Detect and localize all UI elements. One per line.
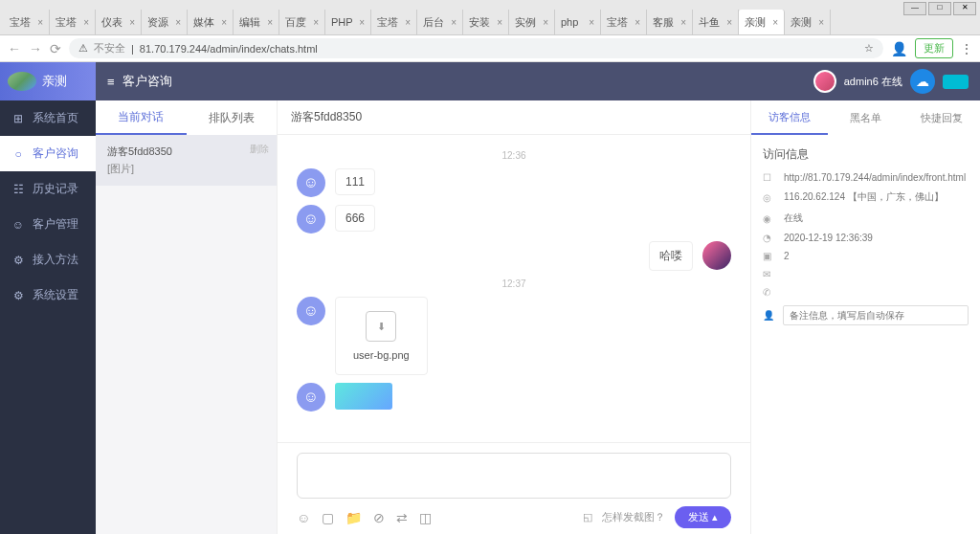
menu-icon: ⚙ xyxy=(11,289,25,302)
tab-current[interactable]: 当前对话 xyxy=(96,100,187,135)
transfer-icon[interactable]: ⇄ xyxy=(396,510,408,525)
close-icon[interactable]: × xyxy=(818,17,824,28)
browser-tab[interactable]: 后台× xyxy=(417,10,463,34)
close-icon[interactable]: × xyxy=(221,17,227,28)
menu-label: 客户咨询 xyxy=(33,145,78,162)
send-button[interactable]: 发送 ▴ xyxy=(675,506,731,528)
close-button[interactable]: ✕ xyxy=(953,2,976,15)
sidebar-item[interactable]: ☷历史记录 xyxy=(0,171,96,207)
remark-input[interactable] xyxy=(783,305,969,325)
menu-toggle-icon[interactable]: ≡ xyxy=(107,75,115,89)
close-icon[interactable]: × xyxy=(405,17,411,28)
menu-label: 历史记录 xyxy=(33,181,78,197)
browser-tab[interactable]: 客服× xyxy=(647,10,693,34)
close-icon[interactable]: × xyxy=(543,17,548,28)
browser-tab[interactable]: 资源× xyxy=(142,10,188,34)
browser-tab[interactable]: 宝塔× xyxy=(371,10,417,34)
back-button[interactable]: ← xyxy=(8,41,21,56)
close-icon[interactable]: × xyxy=(451,17,457,28)
close-icon[interactable]: × xyxy=(83,17,89,28)
tab-quick-reply[interactable]: 快捷回复 xyxy=(903,100,980,135)
info-ip: 116.20.62.124 【中国，广东，佛山】 xyxy=(784,190,944,204)
info-status: 在线 xyxy=(784,211,803,225)
agent-avatar xyxy=(702,241,731,270)
browser-tab[interactable]: 媒体× xyxy=(188,10,234,34)
browser-tab[interactable]: 宝塔× xyxy=(4,10,50,34)
close-icon[interactable]: × xyxy=(726,17,732,28)
menu-label: 接入方法 xyxy=(33,252,78,268)
emoji-icon[interactable]: ☺ xyxy=(297,510,310,525)
update-button[interactable]: 更新 xyxy=(915,38,953,58)
browser-tab[interactable]: 宝塔× xyxy=(601,10,647,34)
visitor-avatar: ☺ xyxy=(297,297,325,325)
close-icon[interactable]: × xyxy=(589,17,594,28)
tab-blacklist[interactable]: 黑名单 xyxy=(828,100,904,135)
menu-icon: ☺ xyxy=(11,218,25,232)
profile-icon[interactable]: 👤 xyxy=(891,41,907,56)
sidebar-item[interactable]: ⊞系统首页 xyxy=(0,100,96,136)
browser-tab[interactable]: PHP× xyxy=(325,10,371,34)
message-input[interactable] xyxy=(297,453,731,499)
browser-tab[interactable]: 编辑× xyxy=(234,10,279,34)
reload-button[interactable]: ⟳ xyxy=(50,41,61,56)
folder-icon[interactable]: 📁 xyxy=(345,510,362,525)
sidebar-item[interactable]: ○客户咨询 xyxy=(0,136,96,171)
browser-tab[interactable]: 百度× xyxy=(279,10,325,34)
close-icon[interactable]: × xyxy=(359,17,365,28)
menu-icon: ⚙ xyxy=(11,254,25,267)
close-icon[interactable]: × xyxy=(772,17,778,28)
sidebar-menu: ⊞系统首页○客户咨询☷历史记录☺客户管理⚙接入方法⚙系统设置 xyxy=(0,100,96,313)
close-icon[interactable]: × xyxy=(37,17,43,28)
status-pill[interactable] xyxy=(943,75,969,89)
menu-icon[interactable]: ⋮ xyxy=(961,42,972,56)
url-text: 81.70.179.244/admin/index/chats.html xyxy=(140,43,318,55)
maximize-button[interactable]: □ xyxy=(928,2,951,15)
conversation-item[interactable]: 游客5fdd8350 [图片] 删除 xyxy=(96,135,277,186)
avatar[interactable] xyxy=(813,70,836,93)
delete-button[interactable]: 删除 xyxy=(250,143,269,156)
image-bubble[interactable] xyxy=(335,383,392,410)
forward-button[interactable]: → xyxy=(29,41,42,56)
file-name: user-bg.png xyxy=(353,349,410,361)
block-icon[interactable]: ⊘ xyxy=(373,510,385,525)
bookmark-icon[interactable]: ☆ xyxy=(864,42,874,55)
chat-area: 游客5fdd8350 12:36 ☺ 111 ☺ 666 哈喽 xyxy=(278,100,750,534)
browser-tab[interactable]: 亲测× xyxy=(785,10,831,34)
browser-tab[interactable]: 斗鱼× xyxy=(693,10,739,34)
browser-tab[interactable]: 实例× xyxy=(509,10,555,34)
end-icon[interactable]: ◫ xyxy=(419,510,432,525)
visitor-avatar: ☺ xyxy=(297,168,325,197)
file-bubble[interactable]: ⬇ user-bg.png xyxy=(335,297,428,375)
close-icon[interactable]: × xyxy=(313,17,319,28)
conv-preview: [图片] xyxy=(107,162,265,176)
image-icon[interactable]: ▢ xyxy=(322,510,334,525)
logo-icon xyxy=(8,72,36,91)
close-icon[interactable]: × xyxy=(497,17,502,28)
browser-tab[interactable]: php× xyxy=(555,10,601,34)
close-icon[interactable]: × xyxy=(129,17,135,28)
crop-icon[interactable]: ◱ xyxy=(583,511,592,523)
close-icon[interactable]: × xyxy=(175,17,181,28)
sidebar-item[interactable]: ⚙接入方法 xyxy=(0,242,96,278)
browser-tab[interactable]: 亲测× xyxy=(739,10,785,34)
browser-tab[interactable]: 仪表× xyxy=(96,10,142,34)
close-icon[interactable]: × xyxy=(680,17,686,28)
sidebar-item[interactable]: ☺客户管理 xyxy=(0,207,96,242)
message-bubble: 111 xyxy=(335,168,375,195)
close-icon[interactable]: × xyxy=(635,17,640,28)
menu-label: 客户管理 xyxy=(33,216,78,233)
tab-queue[interactable]: 排队列表 xyxy=(187,100,278,135)
browser-tab[interactable]: 安装× xyxy=(463,10,509,34)
browser-tab[interactable]: 宝塔× xyxy=(50,10,96,34)
screenshot-tip[interactable]: 怎样发截图？ xyxy=(602,510,665,524)
close-icon[interactable]: × xyxy=(267,17,273,28)
app-root: 亲测 ⊞系统首页○客户咨询☷历史记录☺客户管理⚙接入方法⚙系统设置 ≡ 客户咨询… xyxy=(0,62,980,534)
tab-visitor-info[interactable]: 访客信息 xyxy=(751,100,828,135)
url-input[interactable]: ⚠ 不安全 | 81.70.179.244/admin/index/chats.… xyxy=(69,38,883,58)
conv-name: 游客5fdd8350 xyxy=(107,145,265,159)
cloud-icon[interactable]: ☁ xyxy=(910,69,935,94)
sidebar-item[interactable]: ⚙系统设置 xyxy=(0,278,96,313)
message-left: ☺ 666 xyxy=(297,205,731,234)
logo[interactable]: 亲测 xyxy=(0,62,96,100)
minimize-button[interactable]: — xyxy=(903,2,926,15)
